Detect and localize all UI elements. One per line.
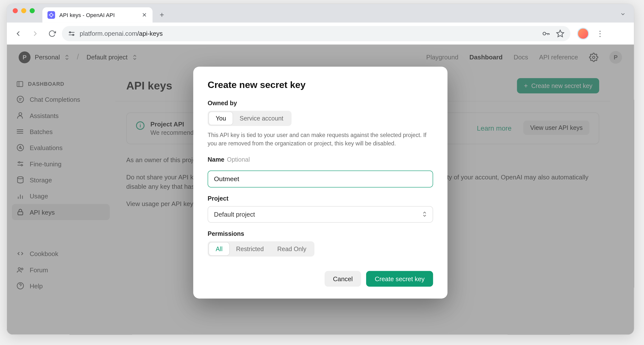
create-secret-key-button[interactable]: Create secret key bbox=[366, 271, 433, 286]
address-bar-row: platform.openai.com/api-keys ⋮ bbox=[7, 23, 634, 44]
tab-title: API keys - OpenAI API bbox=[59, 12, 137, 18]
back-button[interactable] bbox=[11, 26, 26, 40]
owned-by-you[interactable]: You bbox=[209, 112, 233, 125]
url-text: platform.openai.com/api-keys bbox=[80, 30, 162, 37]
modal-title: Create new secret key bbox=[208, 79, 433, 90]
reload-button[interactable] bbox=[45, 26, 59, 40]
close-tab-icon[interactable]: ✕ bbox=[142, 12, 147, 18]
tab-strip: API keys - OpenAI API ✕ + bbox=[7, 4, 634, 23]
project-label: Project bbox=[208, 195, 433, 202]
browser-tab[interactable]: API keys - OpenAI API ✕ bbox=[42, 8, 152, 23]
perm-restricted[interactable]: Restricted bbox=[229, 242, 270, 255]
minimize-window-icon[interactable] bbox=[21, 8, 26, 13]
bookmark-icon[interactable] bbox=[556, 29, 564, 38]
password-icon[interactable] bbox=[542, 29, 550, 38]
owned-by-service[interactable]: Service account bbox=[233, 112, 290, 125]
owned-by-label: Owned by bbox=[208, 100, 433, 107]
name-input[interactable] bbox=[208, 170, 433, 187]
address-bar[interactable]: platform.openai.com/api-keys bbox=[62, 26, 570, 41]
perm-readonly[interactable]: Read Only bbox=[270, 242, 313, 255]
owned-by-help: This API key is tied to your user and ca… bbox=[208, 131, 433, 148]
browser-window: API keys - OpenAI API ✕ + platform.opena… bbox=[7, 4, 634, 335]
page-viewport: P Personal / Default project Playground … bbox=[7, 44, 634, 334]
maximize-window-icon[interactable] bbox=[30, 8, 35, 13]
profile-avatar-icon[interactable] bbox=[577, 27, 589, 39]
svg-marker-9 bbox=[557, 30, 564, 36]
permissions-label: Permissions bbox=[208, 230, 433, 237]
favicon-icon bbox=[48, 11, 55, 19]
window-controls bbox=[13, 4, 35, 23]
close-window-icon[interactable] bbox=[13, 8, 18, 13]
perm-all[interactable]: All bbox=[209, 242, 229, 255]
cancel-button[interactable]: Cancel bbox=[324, 271, 361, 286]
project-select[interactable]: Default project bbox=[208, 206, 433, 222]
owned-by-segment: You Service account bbox=[208, 111, 292, 126]
name-label: NameOptional bbox=[208, 156, 433, 163]
modal-actions: Cancel Create secret key bbox=[208, 271, 433, 286]
create-key-modal: Create new secret key Owned by You Servi… bbox=[193, 67, 448, 298]
chevron-updown-icon bbox=[422, 211, 427, 217]
svg-point-0 bbox=[50, 14, 53, 16]
forward-button[interactable] bbox=[28, 26, 42, 40]
site-settings-icon[interactable] bbox=[68, 30, 76, 37]
project-selected-value: Default project bbox=[214, 211, 255, 218]
browser-menu-icon[interactable]: ⋮ bbox=[594, 27, 606, 39]
new-tab-button[interactable]: + bbox=[156, 9, 168, 21]
tabs-menu-icon[interactable] bbox=[617, 8, 629, 20]
svg-point-5 bbox=[543, 32, 546, 35]
permissions-segment: All Restricted Read Only bbox=[208, 241, 314, 256]
